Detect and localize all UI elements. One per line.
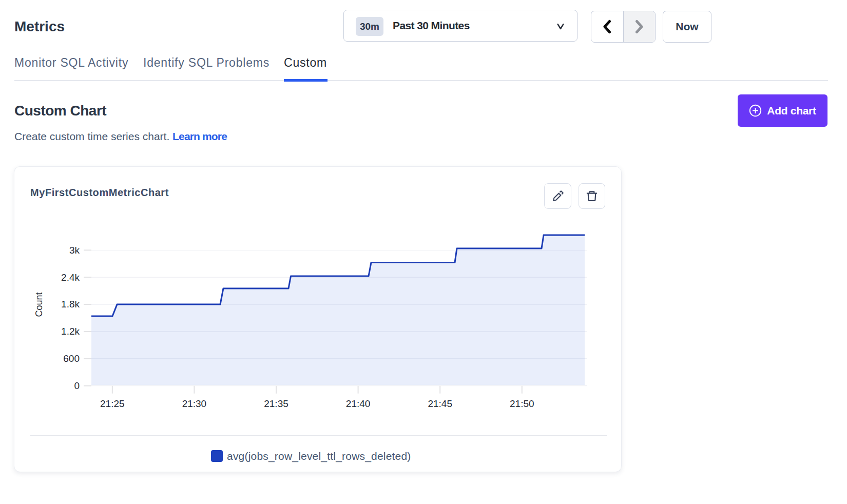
svg-text:Count: Count	[34, 292, 44, 317]
svg-text:21:40: 21:40	[346, 398, 371, 409]
svg-text:21:35: 21:35	[264, 398, 288, 409]
svg-text:21:50: 21:50	[510, 398, 534, 409]
svg-text:21:25: 21:25	[100, 398, 125, 409]
svg-text:1.8k: 1.8k	[61, 299, 80, 309]
svg-text:3k: 3k	[69, 245, 80, 256]
svg-text:600: 600	[63, 353, 80, 364]
svg-text:21:45: 21:45	[428, 398, 452, 409]
svg-text:1.2k: 1.2k	[61, 326, 80, 337]
svg-text:21:30: 21:30	[182, 398, 207, 409]
svg-text:2.4k: 2.4k	[61, 272, 80, 283]
svg-text:0: 0	[74, 380, 80, 391]
